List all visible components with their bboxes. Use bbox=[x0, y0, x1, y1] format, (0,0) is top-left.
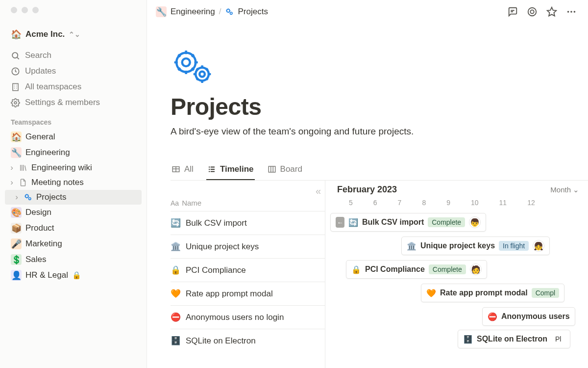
row-icon: 🔒 bbox=[171, 265, 181, 275]
page-projects-label: Projects bbox=[36, 192, 66, 202]
row-icon: 🔄 bbox=[171, 218, 181, 228]
bar-name: SQLite on Electron bbox=[477, 335, 547, 343]
page-title[interactable]: Projects bbox=[171, 93, 445, 120]
timeline-scale-selector[interactable]: Month ⌄ bbox=[550, 185, 579, 194]
view-tab-all[interactable]: All bbox=[171, 160, 195, 180]
gear-icon bbox=[11, 98, 20, 107]
status-badge: In flight bbox=[499, 241, 529, 251]
timeline-name-row[interactable]: 🗄️SQLite on Electron bbox=[171, 329, 325, 352]
comments-button[interactable] bbox=[505, 4, 520, 20]
teamspace-product[interactable]: 📦 Product bbox=[0, 220, 147, 236]
svg-point-9 bbox=[530, 10, 534, 13]
avatar: 👦 bbox=[469, 216, 481, 228]
timeline-bar[interactable]: 🗄️SQLite on ElectronPl bbox=[458, 330, 570, 348]
page-meeting-notes[interactable]: › Meeting notes bbox=[0, 175, 147, 190]
timeline-bar[interactable]: ⛔Anonymous users bbox=[482, 307, 575, 326]
page-projects[interactable]: › Projects bbox=[5, 190, 142, 205]
window-minimize-icon[interactable] bbox=[22, 7, 28, 13]
teamspace-hr-legal-label: HR & Legal bbox=[25, 270, 68, 280]
timeline-name-row[interactable]: ⛔Anonymous users no login bbox=[171, 305, 325, 329]
timeline-icon bbox=[207, 165, 216, 174]
favorite-button[interactable] bbox=[544, 4, 560, 20]
bar-handle-icon[interactable]: ← bbox=[336, 217, 344, 228]
document-icon bbox=[19, 178, 27, 187]
updates-button[interactable] bbox=[524, 4, 540, 20]
bar-name: Unique project keys bbox=[420, 241, 495, 250]
teamspace-general[interactable]: 🏠 General bbox=[0, 129, 147, 145]
timeline-day: 10 bbox=[471, 199, 479, 207]
teamspace-engineering-label: Engineering bbox=[25, 148, 70, 158]
svg-point-12 bbox=[574, 11, 576, 13]
timeline-grid[interactable]: February 2023 Month ⌄ 56789101112 ←🔄Bulk… bbox=[325, 181, 588, 368]
page-engineering-wiki[interactable]: › Engineering wiki bbox=[0, 160, 147, 175]
row-name: Unique project keys bbox=[186, 242, 259, 252]
timeline-name-row[interactable]: 🏛️Unique project keys bbox=[171, 235, 325, 258]
window-zoom-icon[interactable] bbox=[32, 7, 39, 13]
comment-icon bbox=[507, 6, 518, 17]
sidebar-all-teamspaces[interactable]: All teamspaces bbox=[0, 79, 147, 95]
timeline-name-row[interactable]: 🔄Bulk CSV import bbox=[171, 211, 325, 235]
chevron-updown-icon: ⌃⌄ bbox=[69, 30, 80, 38]
dots-icon bbox=[566, 6, 577, 17]
breadcrumb-parent[interactable]: Engineering bbox=[171, 7, 215, 17]
timeline-bar[interactable]: 🏛️Unique project keysIn flight👧 bbox=[401, 237, 550, 255]
svg-rect-2 bbox=[13, 83, 18, 90]
timeline-name-row[interactable]: 🔒PCI Compliance bbox=[171, 258, 325, 282]
workspace-name: Acme Inc. bbox=[25, 29, 65, 39]
timeline-bar[interactable]: ←🔄Bulk CSV importComplete👦 bbox=[330, 213, 486, 232]
teamspace-marketing[interactable]: 🎤 Marketing bbox=[0, 236, 147, 252]
sidebar-settings[interactable]: Settings & members bbox=[0, 95, 147, 110]
svg-point-5 bbox=[29, 198, 31, 200]
timeline-day: 6 bbox=[373, 199, 377, 207]
view-tab-board[interactable]: Board bbox=[267, 160, 303, 180]
row-name: SQLite on Electron bbox=[186, 336, 256, 346]
sidebar-updates[interactable]: Updates bbox=[0, 63, 147, 79]
chevron-down-icon: ⌄ bbox=[573, 185, 579, 194]
teamspace-design[interactable]: 🎨 Design bbox=[0, 205, 147, 220]
main: 🔧 Engineering / Projects bbox=[147, 0, 588, 368]
bar-icon: 🧡 bbox=[426, 289, 436, 298]
sidebar-search[interactable]: Search bbox=[0, 48, 147, 63]
star-icon bbox=[546, 6, 557, 17]
sidebar: 🏠 Acme Inc. ⌃⌄ Search Updates All teamsp… bbox=[0, 0, 147, 368]
window-close-icon[interactable] bbox=[11, 7, 17, 13]
board-icon bbox=[268, 165, 276, 174]
svg-point-4 bbox=[25, 195, 28, 198]
row-icon: 🧡 bbox=[171, 289, 181, 299]
status-badge: Complete bbox=[429, 264, 466, 274]
collapse-button[interactable]: « bbox=[316, 185, 321, 197]
page-hero-icon[interactable] bbox=[171, 47, 445, 86]
more-button[interactable] bbox=[564, 4, 579, 20]
svg-point-10 bbox=[567, 11, 569, 13]
name-col-prefix: Aa bbox=[171, 199, 179, 207]
svg-rect-18 bbox=[269, 166, 275, 172]
page-subtitle[interactable]: A bird's-eye view of the team's ongoing … bbox=[171, 126, 445, 137]
teamspace-sales[interactable]: 💲 Sales bbox=[0, 252, 147, 267]
row-name: Anonymous users no login bbox=[186, 313, 284, 322]
page-engineering-wiki-label: Engineering wiki bbox=[31, 163, 92, 173]
row-icon: 🗄️ bbox=[171, 336, 181, 346]
timeline-day: 7 bbox=[398, 199, 402, 207]
teamspace-engineering[interactable]: 🔧 Engineering bbox=[0, 145, 147, 160]
timeline-month-label: February 2023 bbox=[337, 184, 397, 195]
chevron-right-icon[interactable]: › bbox=[9, 178, 15, 187]
page-content: Projects A bird's-eye view of the team's… bbox=[147, 24, 588, 368]
teamspace-hr-legal[interactable]: 👤 HR & Legal 🔒 bbox=[0, 267, 147, 283]
view-tab-timeline[interactable]: Timeline bbox=[206, 160, 255, 180]
avatar: 🧑 bbox=[470, 263, 482, 275]
workspace-switcher[interactable]: 🏠 Acme Inc. ⌃⌄ bbox=[0, 27, 147, 42]
info-icon bbox=[527, 6, 538, 17]
mic-icon: 🎤 bbox=[11, 238, 22, 249]
timeline-day: 9 bbox=[446, 199, 450, 207]
breadcrumb-current[interactable]: Projects bbox=[238, 7, 268, 17]
box-icon: 📦 bbox=[11, 223, 22, 234]
chevron-right-icon[interactable]: › bbox=[9, 163, 15, 173]
chevron-right-icon[interactable]: › bbox=[14, 192, 20, 202]
timeline-bar[interactable]: 🔒PCI ComplianceComplete🧑 bbox=[346, 260, 487, 279]
bar-icon: 🔒 bbox=[351, 265, 361, 274]
row-icon: ⛔ bbox=[171, 312, 181, 322]
timeline-bar[interactable]: 🧡Rate app prompt modalCompl bbox=[421, 284, 564, 302]
timeline-name-row[interactable]: 🧡Rate app prompt modal bbox=[171, 282, 325, 305]
gears-icon bbox=[171, 47, 215, 86]
gears-icon bbox=[24, 193, 32, 202]
